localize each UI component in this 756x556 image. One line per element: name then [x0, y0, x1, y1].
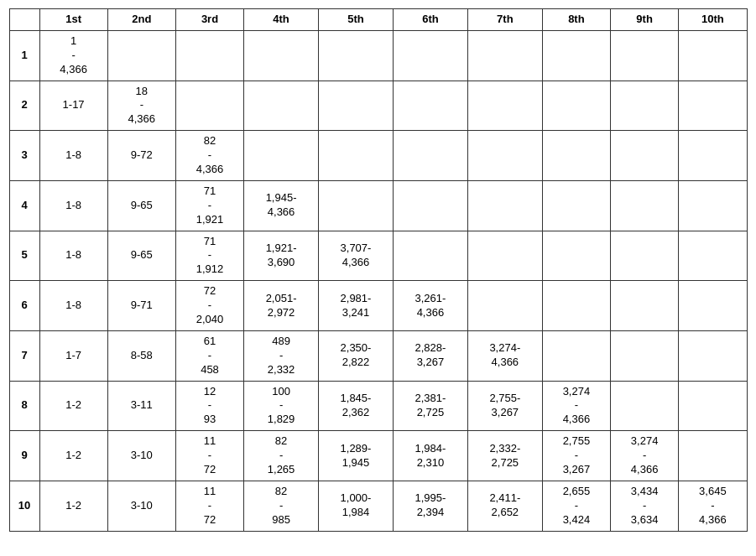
- table-cell: [679, 431, 747, 481]
- col-header-2nd: 2nd: [107, 9, 175, 31]
- table-cell: 72-2,040: [175, 281, 243, 331]
- table-cell: 9-65: [107, 231, 175, 281]
- table-cell: [467, 281, 542, 331]
- col-header-8th: 8th: [542, 9, 610, 31]
- col-header-9th: 9th: [611, 9, 679, 31]
- table-cell: 1-2: [39, 381, 107, 431]
- table-cell: 2,332-2,725: [467, 431, 542, 481]
- table-cell: [319, 81, 394, 131]
- table-cell: [542, 180, 610, 231]
- table-cell: [393, 30, 467, 81]
- table-cell: 2,051-2,972: [244, 281, 319, 331]
- col-header-6th: 6th: [393, 9, 467, 31]
- table-cell: 1,921-3,690: [244, 231, 319, 281]
- table-cell: [467, 231, 542, 281]
- table-cell: [542, 281, 610, 331]
- table-cell: [611, 30, 679, 81]
- table-cell: 71-1,921: [175, 180, 243, 231]
- table-cell: 3,274-4,366: [611, 431, 679, 481]
- table-row: 91-23-1011-7282-1,2651,289-1,9451,984-2,…: [9, 431, 747, 481]
- table-cell: 3-10: [107, 481, 175, 531]
- table-cell: 3,707-4,366: [319, 231, 394, 281]
- table-cell: [542, 131, 610, 181]
- table-cell: 2,828-3,267: [393, 330, 467, 381]
- table-cell: 1,845-2,362: [319, 381, 394, 431]
- table-cell: 1-2: [39, 481, 107, 531]
- table-cell: 3,274-4,366: [467, 330, 542, 381]
- table-cell: 1-8: [39, 131, 107, 181]
- table-cell: 1,000-1,984: [319, 481, 394, 531]
- table-cell: 2,655-3,424: [542, 481, 610, 531]
- row-header: 7: [9, 330, 39, 381]
- col-header-4th: 4th: [244, 9, 319, 31]
- table-cell: [175, 30, 243, 81]
- table-row: 31-89-7282-4,366: [9, 131, 747, 181]
- table-cell: 9-72: [107, 131, 175, 181]
- table-cell: 1,984-2,310: [393, 431, 467, 481]
- table-cell: 82-4,366: [175, 131, 243, 181]
- table-row: 41-89-6571-1,9211,945-4,366: [9, 180, 747, 231]
- table-cell: 3,434-3,634: [611, 481, 679, 531]
- table-cell: [679, 231, 747, 281]
- table-cell: [467, 180, 542, 231]
- table-cell: [107, 30, 175, 81]
- empty-header: [9, 9, 39, 31]
- table-cell: [611, 180, 679, 231]
- table-cell: 9-65: [107, 180, 175, 231]
- table-cell: [393, 180, 467, 231]
- table-cell: 1-4,366: [39, 30, 107, 81]
- col-header-5th: 5th: [319, 9, 394, 31]
- table-cell: 1-7: [39, 330, 107, 381]
- table-cell: [679, 30, 747, 81]
- table-cell: [542, 330, 610, 381]
- table-cell: 11-72: [175, 431, 243, 481]
- table-cell: [244, 81, 319, 131]
- table-row: 61-89-7172-2,0402,051-2,9722,981-3,2413,…: [9, 281, 747, 331]
- col-header-10th: 10th: [679, 9, 747, 31]
- table-cell: [611, 330, 679, 381]
- table-cell: [611, 281, 679, 331]
- table-cell: [244, 30, 319, 81]
- table-cell: 11-72: [175, 481, 243, 531]
- table-cell: [542, 30, 610, 81]
- row-header: 9: [9, 431, 39, 481]
- table-row: 21-1718-4,366: [9, 81, 747, 131]
- table-cell: 1-8: [39, 231, 107, 281]
- table-cell: [467, 131, 542, 181]
- table-cell: 100-1,829: [244, 381, 319, 431]
- row-header: 4: [9, 180, 39, 231]
- table-cell: 12-93: [175, 381, 243, 431]
- table-cell: 2,755-3,267: [467, 381, 542, 431]
- table-cell: 1-8: [39, 281, 107, 331]
- table-cell: [319, 131, 394, 181]
- table-cell: [611, 381, 679, 431]
- table-cell: 489-2,332: [244, 330, 319, 381]
- table-cell: 82-985: [244, 481, 319, 531]
- table-cell: [542, 81, 610, 131]
- table-cell: 1,945-4,366: [244, 180, 319, 231]
- table-row: 101-23-1011-7282-9851,000-1,9841,995-2,3…: [9, 481, 747, 531]
- table-row: 11-4,366: [9, 30, 747, 81]
- table-cell: [393, 81, 467, 131]
- table-cell: [393, 231, 467, 281]
- table-row: 81-23-1112-93100-1,8291,845-2,3622,381-2…: [9, 381, 747, 431]
- row-header: 2: [9, 81, 39, 131]
- table-cell: [611, 81, 679, 131]
- row-header: 6: [9, 281, 39, 331]
- table-cell: 2,981-3,241: [319, 281, 394, 331]
- table-cell: 2,381-2,725: [393, 381, 467, 431]
- col-header-7th: 7th: [467, 9, 542, 31]
- row-header: 3: [9, 131, 39, 181]
- table-cell: 2,350-2,822: [319, 330, 394, 381]
- table-cell: 1,995-2,394: [393, 481, 467, 531]
- row-header: 1: [9, 30, 39, 81]
- table-cell: [319, 180, 394, 231]
- table-row: 71-78-5861-458489-2,3322,350-2,8222,828-…: [9, 330, 747, 381]
- table-cell: [679, 281, 747, 331]
- table-cell: 1-8: [39, 180, 107, 231]
- table-cell: 2,411-2,652: [467, 481, 542, 531]
- table-cell: 2,755-3,267: [542, 431, 610, 481]
- table-cell: [467, 81, 542, 131]
- table-cell: [393, 131, 467, 181]
- table-cell: 3,274-4,366: [542, 381, 610, 431]
